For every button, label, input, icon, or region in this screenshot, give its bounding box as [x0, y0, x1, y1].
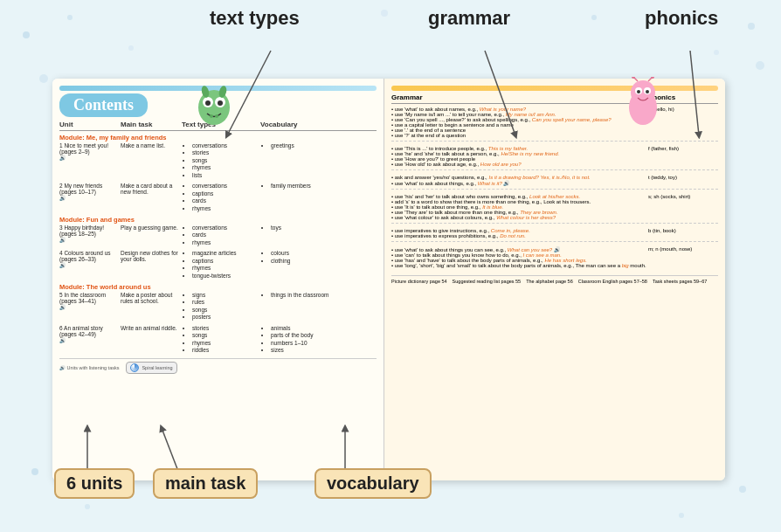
unit-1-row: 1 Nice to meet you!(pages 2–9)🔊 Make a n… — [59, 142, 377, 179]
phonics-3: t (teddy, toy) — [648, 175, 718, 186]
svg-point-33 — [646, 90, 649, 93]
unit-3-row: 3 Happy birthday!(pages 18–25)🔊 Play a g… — [59, 225, 377, 246]
classroom-english-link: Classroom English pages 57–58 — [578, 279, 647, 284]
text-types-annotation: text types — [210, 7, 300, 30]
svg-point-26 — [210, 114, 213, 118]
unit-6-text: storiessongsrhymesriddles — [182, 325, 260, 355]
left-page: Contents Unit Main task Text types Vocab… — [52, 79, 384, 480]
svg-point-23 — [218, 100, 223, 106]
grammar-row-4: • use 'his' and 'her' to talk about who … — [391, 194, 718, 224]
unit-4-vocab: coloursclothing — [260, 250, 339, 280]
unit-3-text: conversationscardsrhymes — [182, 225, 260, 246]
svg-point-29 — [631, 80, 655, 105]
contents-header: Contents — [59, 93, 148, 117]
grammar-row-6: • use 'what' to ask about things you can… — [391, 246, 718, 271]
grammar-1: • use 'what' to ask about names, e.g., W… — [391, 107, 648, 138]
main-task-bottom-label: main task — [153, 468, 258, 499]
svg-line-34 — [634, 78, 638, 81]
grammar-4: • use 'his' and 'her' to talk about who … — [391, 194, 648, 220]
right-page: Grammar Phonics • use 'what' to ask abou… — [384, 79, 725, 480]
listening-footer: 🔊 Units with listening tasks — [59, 365, 119, 370]
grammar-6: • use 'what' to ask about things you can… — [391, 246, 648, 268]
unit-6-main: Write an animal riddle. — [121, 325, 182, 355]
book-spread: Contents Unit Main task Text types Vocab… — [52, 79, 725, 480]
unit-3-num: 3 Happy birthday!(pages 18–25)🔊 — [59, 225, 121, 246]
unit-2-main: Make a card about a new friend. — [121, 183, 182, 212]
alphabet-link: The alphabet page 56 — [526, 279, 573, 284]
unit-2-row: 2 My new friends(pages 10–17)🔊 Make a ca… — [59, 183, 377, 212]
grammar-row-2: • use 'This is ...' to introduce people,… — [391, 146, 718, 170]
unit-4-num: 4 Colours around us(pages 26–33)🔊 — [59, 250, 121, 280]
spiral-badge: Spiral learning — [126, 362, 176, 374]
grammar-row-3: • ask and answer 'yes/no' questions, e.g… — [391, 175, 718, 190]
module-2-header: Module: Fun and games — [59, 216, 377, 224]
right-col-headers: Grammar Phonics — [391, 93, 718, 104]
col-header-unit: Unit — [59, 121, 121, 128]
unit-3-vocab: toys — [260, 225, 339, 246]
svg-point-10 — [679, 513, 684, 518]
grammar-3: • ask and answer 'yes/no' questions, e.g… — [391, 175, 648, 186]
mascot-left — [192, 83, 236, 131]
col-header-vocab: Vocabulary — [260, 121, 339, 128]
phonics-6: m; n (mouth, nose) — [648, 246, 718, 268]
svg-point-5 — [714, 50, 719, 55]
svg-point-12 — [591, 15, 597, 20]
svg-point-3 — [39, 74, 48, 83]
svg-line-36 — [648, 78, 652, 81]
phonics-4: s; sh (socks, shirt) — [648, 194, 718, 220]
unit-5-row: 5 In the classroom(pages 34–41)🔊 Make a … — [59, 292, 377, 321]
svg-point-7 — [31, 468, 38, 475]
module-3-header: Module: The world around us — [59, 283, 377, 291]
units-bottom-label: 6 units — [54, 468, 135, 499]
grammar-row-1: • use 'what' to ask about names, e.g., W… — [391, 107, 718, 142]
unit-1-vocab: greetings — [260, 142, 339, 179]
dict-link: Picture dictionary page 54 — [391, 279, 447, 284]
grammar-2: • use 'This is ...' to introduce people,… — [391, 146, 648, 167]
svg-point-22 — [205, 100, 211, 106]
col-header-grammar: Grammar — [391, 93, 648, 101]
svg-point-8 — [739, 486, 746, 493]
phonics-annotation: phonics — [645, 7, 718, 30]
unit-3-main: Play a guessing game. — [121, 225, 182, 246]
unit-5-vocab: things in the classroom — [260, 292, 339, 321]
svg-point-0 — [23, 31, 30, 38]
col-header-main: Main task — [121, 121, 182, 128]
unit-5-text: signsrulessongsposters — [182, 292, 260, 321]
vocabulary-bottom-label: vocabulary — [314, 468, 432, 499]
unit-4-row: 4 Colours around us(pages 26–33)🔊 Design… — [59, 250, 377, 280]
svg-point-1 — [67, 15, 73, 20]
spiral-icon — [130, 363, 139, 372]
svg-point-11 — [381, 10, 388, 17]
svg-point-32 — [637, 90, 640, 93]
task-sheets-link: Task sheets pages 59–67 — [653, 279, 707, 284]
svg-point-4 — [748, 23, 755, 30]
svg-point-2 — [128, 45, 134, 51]
svg-point-27 — [215, 114, 218, 118]
unit-5-main: Make a poster about rules at school. — [121, 292, 182, 321]
unit-2-text: conversationscaptionscardsrhymes — [182, 183, 260, 212]
mascot-right — [624, 77, 663, 129]
bottom-page-links: Picture dictionary page 54 Suggested rea… — [391, 275, 718, 284]
unit-2-vocab: family members — [260, 183, 339, 212]
unit-6-num: 6 An animal story(pages 42–49)🔊 — [59, 325, 121, 355]
grammar-5: • use imperatives to give instructions, … — [391, 228, 648, 238]
unit-4-main: Design new clothes for your dolls. — [121, 250, 182, 280]
unit-2-num: 2 My new friends(pages 10–17)🔊 — [59, 183, 121, 212]
grammar-row-5: • use imperatives to give instructions, … — [391, 228, 718, 242]
reading-link: Suggested reading list pages 55 — [453, 279, 522, 284]
phonics-2: f (father, fish) — [648, 146, 718, 167]
unit-1-num: 1 Nice to meet you!(pages 2–9)🔊 — [59, 142, 121, 179]
svg-point-6 — [756, 61, 764, 70]
module-1-header: Module: Me, my family and friends — [59, 134, 377, 142]
phonics-5: b (tin, book) — [648, 228, 718, 238]
unit-5-num: 5 In the classroom(pages 34–41)🔊 — [59, 292, 121, 321]
grammar-annotation: grammar — [428, 7, 510, 30]
unit-1-main: Make a name list. — [121, 142, 182, 179]
unit-4-text: magazine articlescaptionsrhymestongue-tw… — [182, 250, 260, 280]
unit-1-text: conversationsstoriessongsrhymeslists — [182, 142, 260, 179]
svg-point-9 — [85, 504, 90, 509]
unit-6-vocab: animalsparts of the bodynumbers 1–10size… — [260, 325, 339, 355]
unit-6-row: 6 An animal story(pages 42–49)🔊 Write an… — [59, 325, 377, 355]
